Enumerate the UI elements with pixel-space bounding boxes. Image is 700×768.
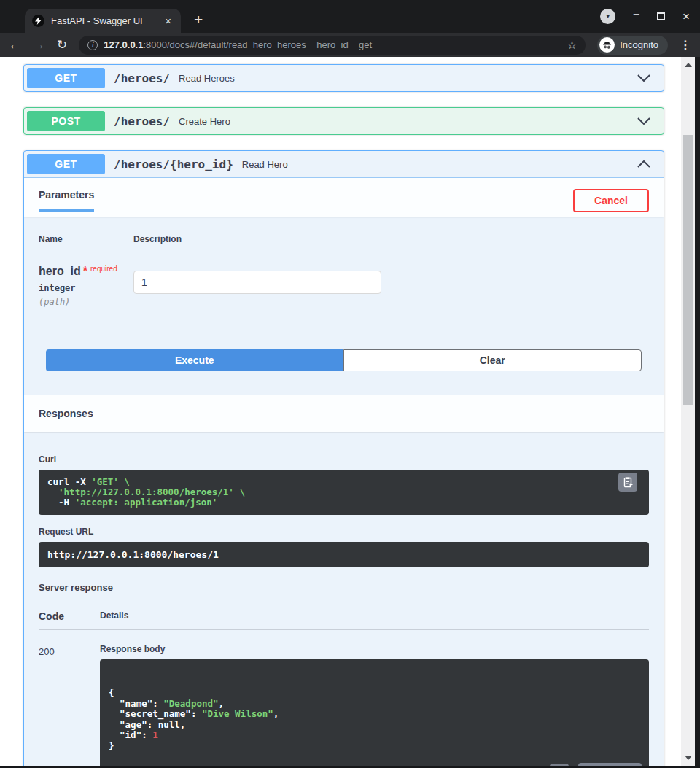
tab-parameters[interactable]: Parameters: [39, 189, 94, 212]
browser-menu-icon[interactable]: ⋮: [680, 38, 691, 52]
opblock-summary[interactable]: POST /heroes/ Create Hero: [24, 108, 664, 134]
hero-id-input[interactable]: [133, 271, 381, 294]
reload-button[interactable]: ↻: [57, 37, 67, 53]
server-response-row: 200 Response body { "name": "Deadpond", …: [39, 644, 649, 766]
required-label: required: [90, 265, 117, 273]
clear-button[interactable]: Clear: [343, 349, 642, 371]
chevron-up-icon[interactable]: [637, 160, 650, 168]
tab-close-icon[interactable]: ×: [163, 15, 174, 27]
status-code: 200: [39, 644, 100, 766]
opblock-summary[interactable]: GET /heroes/{hero_id} Read Hero: [24, 151, 664, 178]
endpoint-summary: Read Hero: [242, 159, 288, 170]
method-badge-post: POST: [27, 111, 105, 131]
maximize-button[interactable]: [657, 12, 665, 20]
endpoint-path: /heroes/{hero_id}: [114, 158, 233, 171]
request-url-block: http://127.0.0.1:8000/heroes/1: [39, 542, 649, 567]
description-column-header: Description: [133, 234, 182, 244]
endpoint-summary: Read Heroes: [179, 73, 235, 84]
close-window-button[interactable]: ×: [682, 9, 690, 24]
required-asterisk: *: [83, 265, 88, 277]
forward-button[interactable]: →: [33, 38, 45, 53]
opblock-summary[interactable]: GET /heroes/ Read Heroes: [24, 65, 664, 91]
method-badge-get: GET: [27, 68, 105, 88]
method-badge-get: GET: [27, 154, 105, 174]
new-tab-button[interactable]: +: [194, 11, 203, 28]
response-body-block: { "name": "Deadpond", "secret_name": "Di…: [100, 659, 649, 766]
incognito-icon: [599, 37, 615, 53]
curl-label: Curl: [39, 454, 649, 465]
opblock-post-heroes[interactable]: POST /heroes/ Create Hero: [23, 107, 664, 135]
parameter-location: (path): [39, 297, 133, 307]
url-bar[interactable]: i 127.0.0.1:8000/docs#/default/read_hero…: [79, 36, 586, 55]
url-path: :8000/docs#/default/read_hero_heroes__he…: [143, 39, 372, 50]
browser-tab[interactable]: FastAPI - Swagger UI ×: [25, 9, 181, 33]
url-text: 127.0.0.1:8000/docs#/default/read_hero_h…: [104, 39, 561, 50]
responses-section-title: Responses: [24, 395, 664, 432]
curl-command-block: curl -X 'GET' \ 'http://127.0.0.1:8000/h…: [39, 470, 649, 515]
url-host: 127.0.0.1: [104, 39, 143, 50]
execute-button[interactable]: Execute: [46, 349, 343, 371]
copy-response-button[interactable]: [550, 764, 569, 766]
endpoint-path: /heroes/: [114, 115, 170, 128]
page-content: GET /heroes/ Read Heroes POST /heroes/ C…: [0, 57, 700, 766]
opblock-get-hero-by-id: GET /heroes/{hero_id} Read Hero Paramete…: [23, 150, 664, 766]
chevron-down-icon[interactable]: [637, 117, 650, 125]
download-button[interactable]: Download: [578, 763, 642, 767]
parameters-table: Name Description hero_id*required intege…: [24, 217, 664, 371]
swagger-page: GET /heroes/ Read Heroes POST /heroes/ C…: [0, 57, 681, 766]
parameter-type: integer: [39, 283, 133, 293]
fastapi-favicon-icon: [32, 15, 44, 27]
parameter-name: hero_id: [39, 265, 81, 277]
name-column-header: Name: [39, 234, 133, 244]
parameter-row: hero_id*required integer (path): [39, 265, 649, 307]
endpoint-summary: Create Hero: [179, 116, 230, 127]
incognito-label: Incognito: [620, 39, 658, 50]
bookmark-star-icon[interactable]: ☆: [567, 39, 577, 52]
tab-title: FastAPI - Swagger UI: [51, 15, 156, 26]
chevron-down-icon[interactable]: [637, 74, 650, 82]
parameters-header: Parameters Cancel: [24, 178, 664, 217]
browser-window: FastAPI - Swagger UI × + ▼ – × ← → ↻ i 1…: [0, 0, 700, 768]
minimize-button[interactable]: –: [633, 8, 639, 21]
response-body-label: Response body: [100, 644, 649, 654]
page-info-icon[interactable]: i: [88, 40, 98, 50]
incognito-badge: Incognito: [597, 36, 668, 55]
scroll-down-icon[interactable]: [685, 756, 692, 760]
browser-toolbar: ← → ↻ i 127.0.0.1:8000/docs#/default/rea…: [0, 33, 700, 57]
window-edge: [695, 57, 700, 766]
responses-content: Curl curl -X 'GET' \ 'http://127.0.0.1:8…: [24, 432, 664, 766]
cancel-button[interactable]: Cancel: [573, 189, 649, 212]
browser-update-icon[interactable]: ▼: [600, 9, 615, 24]
endpoint-path: /heroes/: [114, 71, 170, 85]
server-response-label: Server response: [39, 582, 649, 593]
opblock-get-heroes[interactable]: GET /heroes/ Read Heroes: [23, 64, 664, 92]
tab-strip: FastAPI - Swagger UI × + ▼ – ×: [0, 0, 700, 33]
scrollbar-thumb[interactable]: [683, 135, 693, 405]
details-column-header: Details: [100, 610, 128, 622]
request-url-label: Request URL: [39, 527, 649, 537]
back-button[interactable]: ←: [9, 38, 21, 53]
copy-curl-button[interactable]: [618, 473, 637, 492]
code-column-header: Code: [39, 610, 100, 622]
scroll-up-icon[interactable]: [685, 63, 692, 67]
scrollbar[interactable]: [681, 57, 695, 766]
